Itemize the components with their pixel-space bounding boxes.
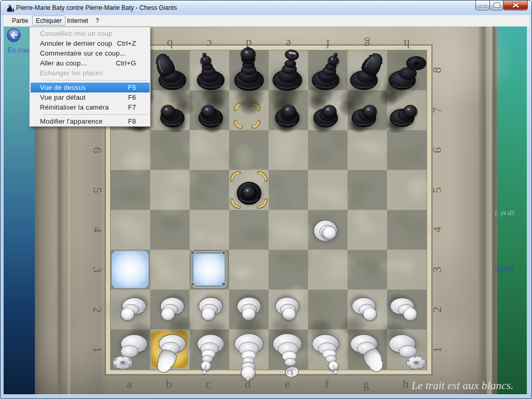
svg-text:En cou: En cou — [7, 46, 29, 54]
svg-text:4: 4 — [431, 227, 444, 233]
svg-text:35:05: 35:05 — [494, 263, 515, 273]
svg-text:2: 2 — [431, 307, 444, 313]
svg-text:b: b — [167, 37, 173, 50]
svg-text:e: e — [286, 37, 291, 50]
svg-text:6: 6 — [91, 147, 104, 153]
svg-text:1: 1 — [431, 347, 444, 353]
svg-text:7: 7 — [431, 107, 444, 113]
svg-text:4: 4 — [91, 227, 104, 233]
svg-text:8: 8 — [431, 67, 444, 73]
svg-text:1: 1 — [91, 347, 104, 353]
svg-text:a: a — [127, 378, 132, 391]
svg-text:5: 5 — [431, 187, 444, 193]
svg-text:f: f — [325, 378, 329, 391]
svg-text:g: g — [364, 37, 370, 50]
svg-text:Le trait est aux blancs.: Le trait est aux blancs. — [411, 379, 513, 392]
svg-text:b: b — [166, 378, 172, 391]
svg-text:h: h — [404, 37, 410, 50]
svg-text:2: 2 — [91, 307, 104, 313]
svg-text:6: 6 — [431, 147, 444, 153]
svg-text:h: h — [403, 378, 409, 391]
svg-text:c: c — [207, 37, 212, 50]
svg-text:1. f4 d5: 1. f4 d5 — [494, 209, 515, 217]
svg-text:c: c — [206, 378, 211, 391]
svg-text:f: f — [326, 37, 330, 50]
svg-text:5: 5 — [91, 187, 104, 193]
svg-text:e: e — [285, 378, 290, 391]
svg-text:3: 3 — [431, 267, 444, 273]
svg-text:3: 3 — [91, 267, 104, 273]
svg-text:g: g — [363, 378, 369, 391]
